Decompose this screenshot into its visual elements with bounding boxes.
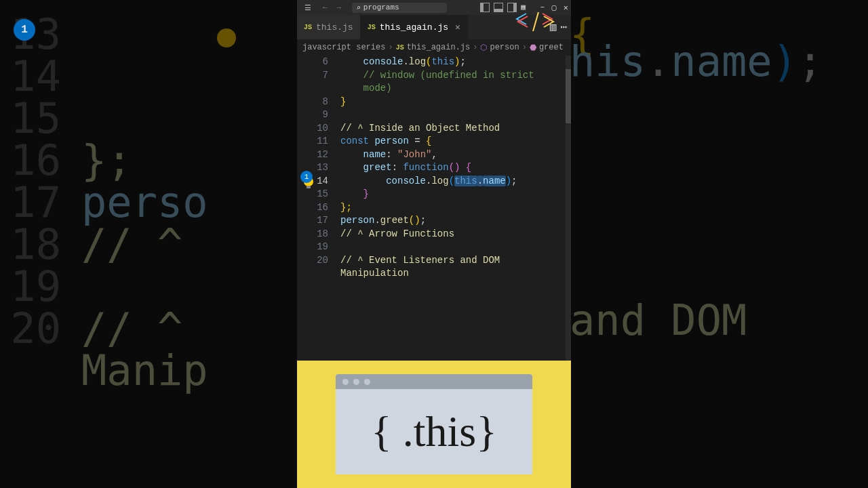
code-token: ; xyxy=(460,56,465,67)
breadcrumb-folder[interactable]: javascript series xyxy=(302,43,385,52)
tab-close-icon[interactable]: ✕ xyxy=(455,22,460,33)
chevron-right-icon: › xyxy=(522,43,527,52)
symbol-variable-icon: ⬡ xyxy=(480,43,487,53)
code-token: () xyxy=(449,162,460,173)
code-token: . xyxy=(374,215,380,226)
code-token: console xyxy=(340,176,426,186)
tab-this-js[interactable]: JS this.js xyxy=(297,15,361,39)
line-number: 20 xyxy=(297,254,328,268)
tab-this-again-js[interactable]: JS this_again.js ✕ xyxy=(361,15,468,39)
code-token: greet xyxy=(380,215,409,226)
js-file-icon: JS xyxy=(396,44,404,52)
toggle-panel-icon[interactable] xyxy=(494,3,503,12)
code-line[interactable]: Manipulation xyxy=(340,267,564,281)
browser-chrome xyxy=(336,374,532,389)
code-token: { xyxy=(460,162,471,173)
code-line[interactable] xyxy=(340,108,564,122)
line-number: 15 xyxy=(297,188,328,201)
scrollbar-thumb[interactable] xyxy=(566,69,571,123)
command-search-input[interactable]: ⌕ programs xyxy=(352,3,447,13)
code-line[interactable]: }; xyxy=(340,201,564,215)
code-token: log xyxy=(409,56,426,67)
code-token: . xyxy=(403,56,408,67)
code-token: : xyxy=(386,149,397,160)
search-text: programs xyxy=(363,3,399,12)
line-number xyxy=(297,267,328,281)
code-line[interactable]: person.greet(); xyxy=(340,214,564,228)
background-right: { his.name); and DOM xyxy=(570,0,868,488)
tab-actions[interactable]: ▥ ⋯ xyxy=(546,15,571,39)
line-number xyxy=(297,82,328,96)
line-number: 17 xyxy=(297,214,328,228)
browser-mockup: { .this} xyxy=(336,374,532,474)
search-icon: ⌕ xyxy=(356,3,361,12)
traffic-light-icon xyxy=(353,379,359,385)
code-line[interactable]: console.log(this); xyxy=(340,56,564,69)
editor-tabs: JS this.js JS this_again.js ✕ ▥ ⋯ xyxy=(297,15,571,39)
line-number: 8 xyxy=(297,96,328,109)
code-token: mode) xyxy=(340,83,392,94)
breadcrumb[interactable]: javascript series › JS this_again.js › ⬡… xyxy=(297,39,571,56)
menu-icon[interactable]: ☰ xyxy=(300,3,316,12)
chevron-right-icon: › xyxy=(388,43,393,52)
breadcrumb-file[interactable]: this_again.js xyxy=(407,43,471,52)
thumbnail-banner: { .this} xyxy=(297,361,571,488)
nav-back-icon[interactable]: ← xyxy=(320,3,330,12)
line-number: 19 xyxy=(297,241,328,254)
code-token: // window (undefined in strict xyxy=(340,70,540,81)
step-badge: 1 xyxy=(14,19,35,41)
code-line[interactable] xyxy=(340,241,564,254)
traffic-light-icon xyxy=(364,379,370,385)
chevron-right-icon: › xyxy=(473,43,477,52)
minimize-icon[interactable]: – xyxy=(540,3,545,13)
code-line[interactable]: // ^ Event Listeners and DOM xyxy=(340,254,564,268)
breadcrumb-symbol[interactable]: greet xyxy=(539,43,564,52)
breadcrumb-symbol[interactable]: person xyxy=(490,43,519,52)
code-line[interactable]: } xyxy=(340,188,564,201)
code-token: , xyxy=(431,149,437,160)
line-number: 7 xyxy=(297,69,328,83)
code-token: const xyxy=(340,136,374,146)
tab-label: this.js xyxy=(316,22,353,33)
code-line[interactable]: console.log(this.name); xyxy=(340,175,564,188)
more-icon[interactable]: ⋯ xyxy=(560,20,567,34)
code-token: console xyxy=(340,56,403,67)
split-editor-icon[interactable]: ▥ xyxy=(550,20,557,34)
code-token: name xyxy=(483,176,506,186)
toggle-sidebar-icon[interactable] xyxy=(480,3,490,12)
code-line[interactable]: name: "John", xyxy=(340,148,564,162)
line-number: 12 xyxy=(297,148,328,162)
maximize-icon[interactable]: ▢ xyxy=(552,3,557,13)
line-number: 11 xyxy=(297,135,328,148)
code-token: } xyxy=(340,188,369,199)
code-token: . xyxy=(477,176,483,186)
code-token: // ^ Inside an Object Method xyxy=(340,123,500,134)
code-token: ; xyxy=(511,176,517,186)
code-line[interactable]: const person = { xyxy=(340,135,564,148)
close-icon[interactable]: ✕ xyxy=(564,3,568,13)
code-line[interactable]: // ^ Inside an Object Method xyxy=(340,122,564,136)
code-line[interactable]: greet: function() { xyxy=(340,161,564,175)
nav-forward-icon[interactable]: → xyxy=(334,3,344,12)
code-token: name xyxy=(340,149,386,160)
code-line[interactable]: // window (undefined in strict xyxy=(340,69,564,83)
line-number: 16 xyxy=(297,201,328,215)
line-number: 6 xyxy=(297,56,328,69)
tab-label: this_again.js xyxy=(380,22,448,33)
toggle-secondary-icon[interactable] xyxy=(507,3,517,12)
traffic-light-icon xyxy=(342,379,349,385)
code-token: : xyxy=(392,162,403,173)
code-token: person xyxy=(374,136,408,146)
code-line[interactable]: // ^ Arrow Functions xyxy=(340,228,564,241)
code-token: function xyxy=(403,162,448,173)
line-number: 9 xyxy=(297,108,328,122)
lightbulb-icon xyxy=(217,28,236,47)
code-token: // ^ Arrow Functions xyxy=(340,228,454,239)
thumbnail-title: { .this} xyxy=(336,389,532,474)
code-content[interactable]: console.log(this); // window (undefined … xyxy=(340,56,564,281)
code-token: greet xyxy=(340,162,392,173)
customize-layout-icon[interactable]: ▦ xyxy=(521,3,530,12)
code-token: this xyxy=(431,56,454,67)
code-line[interactable]: mode) xyxy=(340,82,564,96)
code-line[interactable]: } xyxy=(340,96,564,109)
